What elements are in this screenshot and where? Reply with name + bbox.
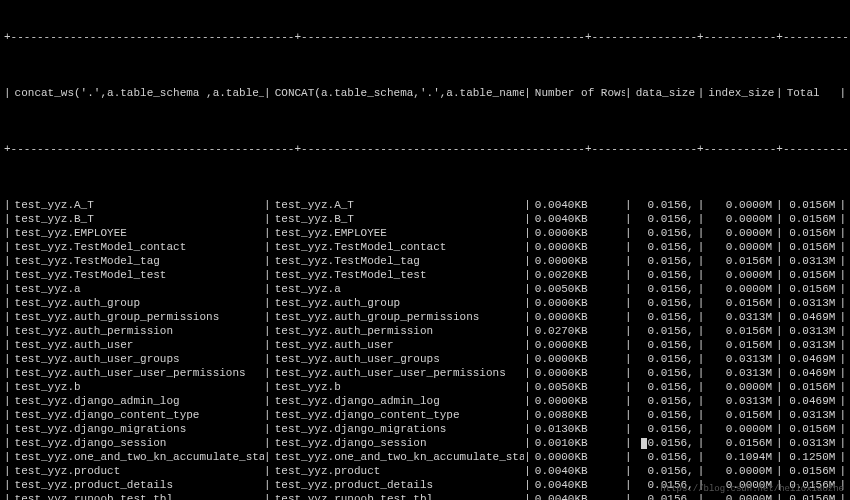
cell-index-size: 0.0156M <box>704 254 776 268</box>
cell-total: 0.0156M <box>783 422 840 436</box>
cell-total: 0.0156M <box>783 240 840 254</box>
cell-name2: test_yyz.TestModel_contact <box>271 240 525 254</box>
cell-total: 0.0469M <box>783 352 840 366</box>
cell-data-size: 0.0156, <box>632 380 698 394</box>
cell-data-size: 0.0156, <box>632 366 698 380</box>
col-header-2: Number of Rows <box>531 86 625 100</box>
cell-index-size: 0.0156M <box>704 324 776 338</box>
col-header-1: CONCAT(a.table_schema,'.',a.table_name) <box>271 86 525 100</box>
cell-name1: test_yyz.B_T <box>11 212 265 226</box>
cell-total: 0.0156M <box>783 464 840 478</box>
table-row: |test_yyz.auth_permission|test_yyz.auth_… <box>4 324 846 338</box>
cell-total: 0.0313M <box>783 324 840 338</box>
cell-name2: test_yyz.B_T <box>271 212 525 226</box>
cell-total: 0.0313M <box>783 254 840 268</box>
cell-index-size: 0.0156M <box>704 338 776 352</box>
cell-index-size: 0.0000M <box>704 226 776 240</box>
table-border-mid: +---------------------------------------… <box>4 142 846 156</box>
cell-name2: test_yyz.auth_user_groups <box>271 352 525 366</box>
cell-data-size: 0.0156, <box>632 324 698 338</box>
cell-name2: test_yyz.auth_user_user_permissions <box>271 366 525 380</box>
cell-name1: test_yyz.auth_user_user_permissions <box>11 366 265 380</box>
cell-rows: 0.0130KB <box>531 422 625 436</box>
cell-data-size: 0.0156, <box>632 226 698 240</box>
cell-name1: test_yyz.django_content_type <box>11 408 265 422</box>
cell-total: 0.0313M <box>783 436 840 450</box>
table-row: |test_yyz.auth_user_groups|test_yyz.auth… <box>4 352 846 366</box>
cell-name1: test_yyz.auth_user_groups <box>11 352 265 366</box>
cell-data-size: 0.0156, <box>632 422 698 436</box>
cell-data-size: 0.0156, <box>632 394 698 408</box>
cell-name2: test_yyz.one_and_two_kn_accumulate_stars <box>271 450 525 464</box>
cell-index-size: 0.0313M <box>704 310 776 324</box>
cell-name2: test_yyz.auth_group_permissions <box>271 310 525 324</box>
cell-rows: 0.0270KB <box>531 324 625 338</box>
cell-name1: test_yyz.django_session <box>11 436 265 450</box>
cell-name1: test_yyz.auth_user <box>11 338 265 352</box>
cell-name2: test_yyz.runoob_test_tbl <box>271 492 525 500</box>
cell-data-size: 0.0156, <box>632 240 698 254</box>
cell-rows: 0.0000KB <box>531 296 625 310</box>
cell-index-size: 0.0000M <box>704 464 776 478</box>
cell-name1: test_yyz.auth_permission <box>11 324 265 338</box>
cell-index-size: 0.0313M <box>704 366 776 380</box>
table-row: |test_yyz.TestModel_test|test_yyz.TestMo… <box>4 268 846 282</box>
sql-result-table: +---------------------------------------… <box>0 0 850 500</box>
cell-data-size: 0.0156, <box>632 296 698 310</box>
cell-data-size: 0.0156, <box>632 464 698 478</box>
table-row: |test_yyz.TestModel_contact|test_yyz.Tes… <box>4 240 846 254</box>
cell-rows: 0.0040KB <box>531 464 625 478</box>
cell-index-size: 0.0313M <box>704 394 776 408</box>
table-row: |test_yyz.django_migrations|test_yyz.dja… <box>4 422 846 436</box>
cell-rows: 0.0000KB <box>531 366 625 380</box>
cell-total: 0.0313M <box>783 296 840 310</box>
cell-data-size: 0.0156, <box>632 268 698 282</box>
cell-name1: test_yyz.product_details <box>11 478 265 492</box>
cell-total: 0.0156M <box>783 380 840 394</box>
cell-index-size: 0.0156M <box>704 408 776 422</box>
cell-name1: test_yyz.product <box>11 464 265 478</box>
cell-name1: test_yyz.TestModel_test <box>11 268 265 282</box>
cell-data-size: 0.0156, <box>632 338 698 352</box>
cell-name1: test_yyz.TestModel_tag <box>11 254 265 268</box>
cell-total: 0.0156M <box>783 226 840 240</box>
cell-rows: 0.0000KB <box>531 394 625 408</box>
cell-rows: 0.0000KB <box>531 352 625 366</box>
cell-name2: test_yyz.django_admin_log <box>271 394 525 408</box>
cell-name2: test_yyz.EMPLOYEE <box>271 226 525 240</box>
table-row: |test_yyz.B_T|test_yyz.B_T|0.0040KB|0.01… <box>4 212 846 226</box>
cell-total: 0.0156M <box>783 268 840 282</box>
table-row: |test_yyz.A_T|test_yyz.A_T|0.0040KB|0.01… <box>4 198 846 212</box>
table-row: |test_yyz.django_admin_log|test_yyz.djan… <box>4 394 846 408</box>
col-header-4: index_size <box>704 86 776 100</box>
table-row: |test_yyz.b|test_yyz.b|0.0050KB|0.0156,|… <box>4 380 846 394</box>
cell-index-size: 0.0000M <box>704 380 776 394</box>
cell-rows: 0.0000KB <box>531 254 625 268</box>
cell-index-size: 0.1094M <box>704 450 776 464</box>
cell-name1: test_yyz.django_migrations <box>11 422 265 436</box>
cell-index-size: 0.0000M <box>704 212 776 226</box>
cell-data-size: 0.0156, <box>632 450 698 464</box>
cell-total: 0.1250M <box>783 450 840 464</box>
cell-name2: test_yyz.django_session <box>271 436 525 450</box>
cell-index-size: 0.0000M <box>704 282 776 296</box>
cell-data-size: 0.0156, <box>632 198 698 212</box>
col-header-3: data_size <box>632 86 698 100</box>
cell-rows: 0.0050KB <box>531 380 625 394</box>
cell-index-size: 0.0000M <box>704 198 776 212</box>
cell-name1: test_yyz.auth_group_permissions <box>11 310 265 324</box>
cell-name1: test_yyz.A_T <box>11 198 265 212</box>
cell-data-size: 0.0156, <box>632 352 698 366</box>
table-border-top: +---------------------------------------… <box>4 30 846 44</box>
table-row: |test_yyz.EMPLOYEE|test_yyz.EMPLOYEE|0.0… <box>4 226 846 240</box>
cell-total: 0.0469M <box>783 366 840 380</box>
cell-name1: test_yyz.one_and_two_kn_accumulate_stars <box>11 450 265 464</box>
cell-total: 0.0469M <box>783 394 840 408</box>
cell-total: 0.0313M <box>783 338 840 352</box>
table-row: |test_yyz.auth_group_permissions|test_yy… <box>4 310 846 324</box>
table-row: |test_yyz.product|test_yyz.product|0.004… <box>4 464 846 478</box>
cell-index-size: 0.0000M <box>704 240 776 254</box>
cell-data-size: 0.0156, <box>632 282 698 296</box>
cell-name1: test_yyz.runoob_test_tbl <box>11 492 265 500</box>
cell-rows: 0.0000KB <box>531 450 625 464</box>
